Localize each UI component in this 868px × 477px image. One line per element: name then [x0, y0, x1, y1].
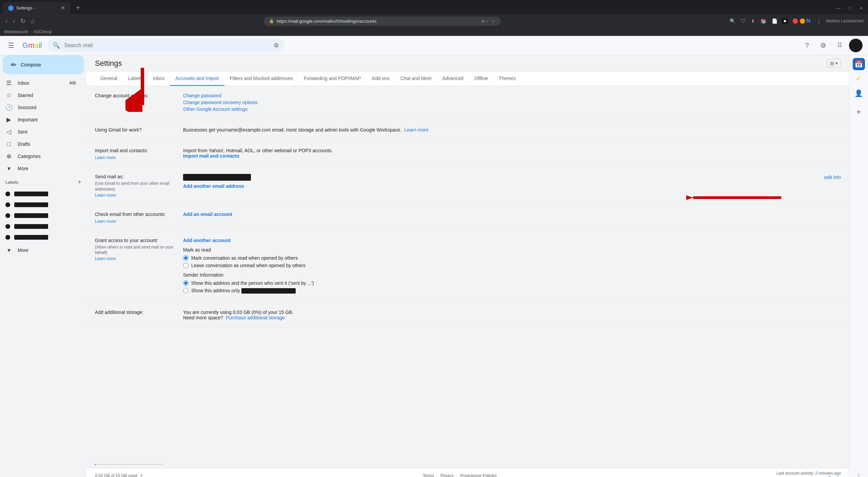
privacy-link[interactable]: Privacy — [440, 473, 454, 477]
bookmark-star-icon[interactable]: ☆ — [491, 19, 495, 24]
view-toggle-button[interactable]: ▤ ▾ — [827, 59, 841, 67]
tab-themes[interactable]: Themes — [493, 72, 521, 86]
tab-labels[interactable]: Labels — [123, 72, 147, 86]
address-bar[interactable]: 🔒 https://mail.google.com/mail/u/0/#sett… — [263, 17, 501, 26]
menu-icon[interactable]: ☰ — [5, 39, 17, 52]
ext3-icon[interactable]: N — [807, 18, 811, 24]
sidebar-item-more-labels[interactable]: ▾ More — [0, 244, 81, 256]
ext1-icon[interactable]: 🔴 — [792, 18, 798, 24]
radio-show-address-only-input[interactable] — [183, 288, 189, 293]
change-password-link[interactable]: Change password — [183, 93, 841, 98]
back-button[interactable]: ‹ — [4, 16, 9, 26]
programme-policies-link[interactable]: Programme Policies — [460, 473, 497, 477]
screenshot-icon[interactable]: ■ — [782, 18, 788, 24]
download-icon[interactable]: ⬇ — [750, 17, 756, 25]
sidebar-item-sent[interactable]: ◁ Sent — [0, 126, 81, 138]
bookmark-meistbesucht[interactable]: Meistbesucht — [4, 29, 28, 34]
reload-button[interactable]: ↻ — [19, 16, 27, 26]
ext2-icon[interactable]: 🟠 — [800, 18, 805, 24]
storage-manage-icon[interactable]: ↗ — [140, 473, 143, 477]
sidebar-item-starred[interactable]: ☆ Starred — [0, 89, 81, 101]
radio-show-address-sent-input[interactable] — [183, 280, 189, 286]
tab-addons[interactable]: Add-ons — [367, 72, 395, 86]
menu-button[interactable]: ⋮ — [814, 16, 823, 26]
contacts-icon[interactable]: 👤 — [852, 86, 866, 100]
terms-link[interactable]: Terms — [423, 473, 434, 477]
sidebar-item-more[interactable]: ▾ More — [0, 162, 81, 175]
tab-chat[interactable]: Chat and Meet — [395, 72, 437, 86]
minimize-button[interactable]: — — [833, 4, 843, 12]
add-email-account-link[interactable]: Add an email account — [183, 212, 232, 217]
more-icon: ▾ — [5, 165, 12, 172]
shield-icon[interactable]: 🛡 — [739, 17, 747, 25]
import-mail-contacts-link[interactable]: Import mail and contacts — [183, 153, 239, 159]
starred-label: Starred — [18, 93, 76, 98]
check-email-learn-more[interactable]: Learn more — [95, 219, 116, 224]
extensions-icons: 🔴 🟠 N — [791, 17, 812, 25]
reader-icon[interactable]: 📄 — [770, 17, 779, 25]
tab-filters[interactable]: Filters and blocked addresses — [224, 72, 298, 86]
label-item-2[interactable] — [0, 199, 81, 210]
search-tune-icon[interactable]: ⚙ — [274, 42, 279, 49]
need-more-text: Need more space? — [183, 315, 223, 320]
label-item-5[interactable] — [0, 232, 81, 243]
label-item-1[interactable] — [0, 188, 81, 199]
search-icon[interactable]: 🔍 — [728, 17, 737, 25]
close-button[interactable]: × — [857, 4, 865, 12]
tab-advanced[interactable]: Advanced — [437, 72, 469, 86]
radio-leave-unread: Leave conversation as unread when opened… — [183, 263, 841, 268]
home-button[interactable]: ⌂ — [29, 16, 36, 26]
apps-button[interactable]: ⠿ — [833, 39, 846, 52]
settings-button[interactable]: ⚙ — [816, 39, 830, 52]
page-title: Settings — [95, 59, 122, 68]
compose-button[interactable]: ✏ Compose — [3, 55, 84, 74]
gmail-work-learn-more[interactable]: Learn more — [404, 127, 429, 133]
sidebar-item-snoozed[interactable]: 🕐 Snoozed — [0, 101, 81, 114]
right-panel-add-button[interactable]: + — [856, 107, 861, 117]
radio-mark-read-input[interactable] — [183, 255, 189, 261]
sidebar-item-categories[interactable]: ⊕ Categories — [0, 150, 81, 162]
help-button[interactable]: ? — [800, 39, 814, 52]
purchase-storage-link[interactable]: Purchase additional storage — [226, 315, 285, 320]
sidebar-item-inbox[interactable]: ☰ Inbox 406 — [0, 77, 81, 89]
storage-bar — [95, 464, 163, 465]
weitere-lesezeichen[interactable]: Weitere Lesezeichen — [826, 19, 864, 23]
send-mail-learn-more[interactable]: Learn more — [95, 193, 116, 198]
bookmarks-icon[interactable]: 📚 — [759, 17, 768, 25]
sidebar-item-drafts[interactable]: □ Drafts — [0, 138, 81, 150]
search-input[interactable] — [64, 42, 270, 48]
calendar-icon[interactable]: 📅 — [853, 58, 865, 70]
active-tab[interactable]: Settings - ✕ — [3, 2, 71, 14]
add-another-email-link[interactable]: Add another email address — [183, 183, 244, 189]
tab-inbox[interactable]: Inbox — [147, 72, 170, 86]
tab-close-button[interactable]: ✕ — [61, 5, 65, 11]
header-right-controls: ▤ ▾ — [827, 59, 841, 67]
new-tab-button[interactable]: + — [73, 3, 83, 13]
change-password-recovery-link[interactable]: Change password recovery options — [183, 100, 841, 105]
tab-general[interactable]: General — [95, 72, 123, 86]
add-another-account-link[interactable]: Add another account — [183, 238, 231, 243]
label-item-4[interactable] — [0, 221, 81, 232]
forward-button[interactable]: › — [12, 16, 16, 26]
edit-info-link[interactable]: edit info — [824, 175, 841, 180]
grant-access-learn-more[interactable]: Learn more — [95, 256, 116, 261]
translate-icon[interactable]: A↔ — [481, 19, 489, 24]
import-learn-more[interactable]: Learn more — [95, 155, 116, 160]
avatar[interactable] — [849, 39, 863, 52]
labels-add-button[interactable]: + — [78, 179, 81, 186]
footer-wrapper: 0.03 GB of 15 GB used ↗ Terms · Privacy … — [87, 461, 849, 477]
label-item-3[interactable] — [0, 210, 81, 221]
tab-accounts[interactable]: Accounts and Import — [170, 72, 224, 86]
tab-forwarding[interactable]: Forwarding and POP/IMAP — [298, 72, 367, 86]
tasks-icon[interactable]: ✓ — [852, 72, 866, 85]
sidebar-item-important[interactable]: ▶ Important — [0, 114, 81, 126]
details-link[interactable]: Details — [776, 476, 841, 477]
google-account-settings-link[interactable]: Other Google Account settings — [183, 106, 841, 112]
maximize-button[interactable]: □ — [846, 4, 854, 12]
search-bar[interactable]: 🔍 ⚙ — [47, 39, 284, 52]
right-panel-expand[interactable]: › — [858, 472, 860, 477]
radio-leave-unread-input[interactable] — [183, 263, 189, 268]
tab-offline[interactable]: Offline — [469, 72, 493, 86]
bookmark-asciimoji[interactable]: ASCIImoji — [34, 29, 52, 34]
gmail-logo: Gmail — [22, 41, 42, 50]
